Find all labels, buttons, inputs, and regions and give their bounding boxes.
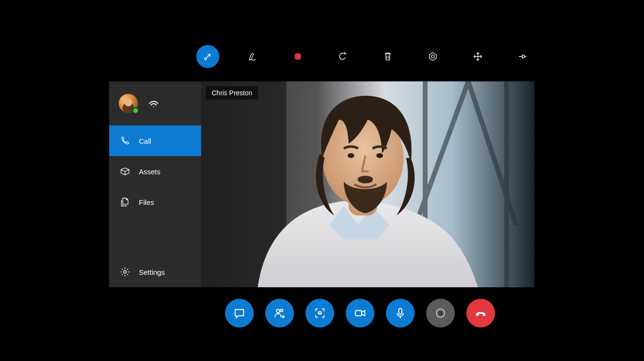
chat-button[interactable] — [225, 299, 254, 327]
video-toggle-button[interactable] — [346, 299, 374, 327]
mic-toggle-button[interactable] — [386, 299, 415, 327]
add-participant-button[interactable] — [265, 299, 294, 327]
svg-point-19 — [319, 312, 321, 314]
svg-point-15 — [376, 153, 383, 158]
trash-button[interactable] — [376, 45, 399, 68]
stop-record-button[interactable] — [286, 45, 309, 68]
hangup-button[interactable] — [466, 299, 495, 327]
nav-item-call[interactable]: Call — [109, 125, 201, 156]
nav-item-label: Files — [139, 198, 154, 206]
remote-video-image — [201, 81, 534, 287]
svg-point-23 — [439, 311, 443, 316]
sidebar: Call Assets Files Settings — [109, 81, 201, 287]
svg-rect-21 — [399, 308, 402, 314]
nav-item-label: Settings — [139, 268, 165, 276]
record-button[interactable] — [426, 299, 455, 327]
record-icon — [434, 307, 447, 319]
trash-icon — [383, 51, 393, 62]
svg-point-17 — [281, 309, 283, 312]
app-window: Call Assets Files Settings — [109, 81, 534, 287]
presence-status-icon — [132, 107, 139, 114]
hangup-icon — [475, 307, 487, 319]
svg-point-4 — [124, 271, 126, 273]
nav-item-assets[interactable]: Assets — [109, 156, 201, 187]
sidebar-header — [109, 81, 201, 125]
undo-button[interactable] — [331, 45, 354, 68]
pen-icon — [248, 51, 258, 62]
nav-item-settings[interactable]: Settings — [109, 257, 201, 287]
minimize-button[interactable] — [196, 45, 219, 68]
video-icon — [354, 307, 366, 319]
pin-icon — [518, 51, 528, 62]
nav-list: Call Assets Files — [109, 125, 201, 217]
move-icon — [473, 51, 483, 62]
chat-icon — [233, 307, 246, 319]
svg-point-3 — [431, 55, 434, 58]
box-icon — [120, 166, 130, 177]
stop-record-icon — [293, 51, 303, 62]
user-avatar[interactable] — [119, 94, 138, 113]
annotation-toolbar — [196, 45, 534, 68]
phone-icon — [120, 135, 130, 146]
svg-point-0 — [204, 57, 206, 59]
snapshot-icon — [314, 307, 326, 319]
aperture-icon — [428, 51, 438, 62]
svg-point-13 — [358, 176, 373, 183]
svg-point-16 — [276, 309, 280, 313]
nav-item-files[interactable]: Files — [109, 187, 201, 217]
nav-item-label: Call — [139, 137, 151, 145]
aperture-button[interactable] — [421, 45, 444, 68]
call-controls — [225, 299, 495, 327]
svg-rect-20 — [355, 311, 362, 316]
video-feed: Chris Preston — [201, 81, 534, 287]
files-icon — [120, 197, 130, 207]
minimize-icon — [203, 51, 213, 62]
nav-item-label: Assets — [139, 168, 160, 176]
mic-icon — [394, 307, 407, 319]
participant-name: Chris Preston — [212, 89, 252, 97]
wifi-icon — [147, 96, 160, 111]
svg-rect-1 — [295, 54, 301, 60]
undo-icon — [338, 51, 348, 62]
snapshot-button[interactable] — [305, 299, 334, 327]
move-button[interactable] — [466, 45, 489, 68]
add-person-icon — [273, 307, 286, 319]
gear-icon — [120, 267, 130, 277]
participant-name-tag: Chris Preston — [206, 86, 258, 100]
pin-button[interactable] — [511, 45, 534, 68]
pen-button[interactable] — [241, 45, 264, 68]
svg-point-14 — [348, 153, 354, 158]
svg-marker-2 — [429, 53, 437, 61]
